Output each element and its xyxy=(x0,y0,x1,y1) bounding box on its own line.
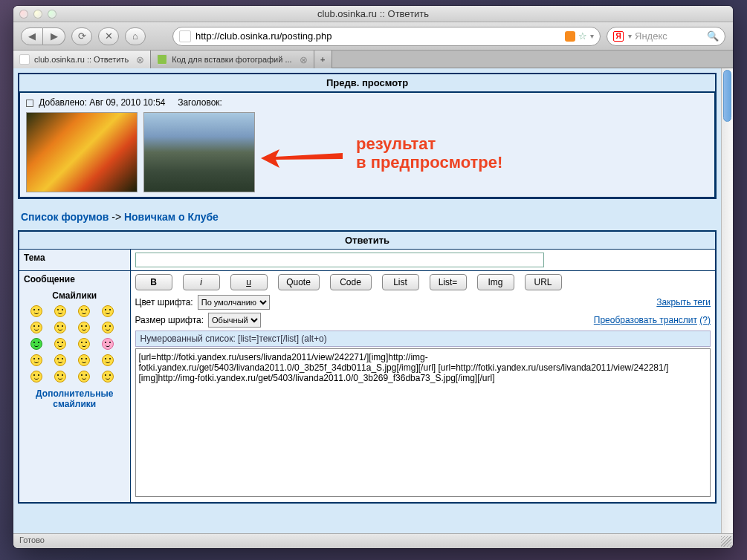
preview-image-1 xyxy=(26,112,138,192)
preview-panel: Предв. просмотр Добавлено: Авг 09, 2010 … xyxy=(18,73,717,199)
status-text: Готово xyxy=(19,535,45,544)
forward-button[interactable]: ▶ xyxy=(43,27,65,45)
smiley-icon[interactable] xyxy=(30,371,42,382)
breadcrumb-current[interactable]: Новичкам о Клубе xyxy=(124,211,219,223)
rss-icon[interactable] xyxy=(565,31,575,42)
smileys-grid xyxy=(24,305,126,382)
preview-post: Добавлено: Авг 09, 2010 10:54 Заголовок:… xyxy=(19,92,715,198)
reply-form: Ответить Тема Сообщение Смайлики Доп xyxy=(18,230,717,504)
url-text: http://club.osinka.ru/posting.php xyxy=(195,30,332,42)
more-smileys-link[interactable]: Дополнительные смайлики xyxy=(36,388,113,409)
bookmark-icon[interactable]: ☆ xyxy=(578,30,587,42)
smiley-icon[interactable] xyxy=(78,371,90,382)
browser-window: club.osinka.ru :: Ответить ◀ ▶ ⟳ ✕ ⌂ htt… xyxy=(13,6,733,548)
smiley-icon[interactable] xyxy=(30,354,42,366)
smiley-icon[interactable] xyxy=(78,338,90,350)
translit-link[interactable]: Преобразовать транслит xyxy=(594,315,697,325)
smiley-icon[interactable] xyxy=(78,305,90,317)
smiley-icon[interactable] xyxy=(54,322,66,333)
font-color-select[interactable]: По умолчанию xyxy=(198,295,270,310)
tab-close-icon[interactable]: ⊗ xyxy=(136,54,144,65)
form-header: Ответить xyxy=(19,231,716,250)
smiley-icon[interactable] xyxy=(78,354,90,366)
search-placeholder: Яндекс xyxy=(635,30,667,42)
tab-favicon xyxy=(19,54,30,65)
search-field[interactable]: Я ▾ Яндекс 🔍 xyxy=(607,27,725,46)
list-button[interactable]: List xyxy=(382,274,419,290)
close-tags-link[interactable]: Закрыть теги xyxy=(656,297,711,307)
message-textarea[interactable] xyxy=(135,348,711,497)
message-cell: Сообщение Смайлики Дополнительные смайли… xyxy=(19,271,130,504)
home-button[interactable]: ⌂ xyxy=(125,27,146,45)
yandex-icon: Я xyxy=(613,31,624,42)
font-size-label: Размер шрифта: xyxy=(135,315,204,325)
img-button[interactable]: Img xyxy=(477,274,514,290)
bold-button[interactable]: B xyxy=(135,274,172,290)
status-bar: Готово xyxy=(13,533,733,548)
breadcrumb-forum-list[interactable]: Список форумов xyxy=(21,211,109,223)
smiley-icon[interactable] xyxy=(102,322,114,333)
page-content: Предв. просмотр Добавлено: Авг 09, 2010 … xyxy=(13,68,721,533)
annotation-arrow xyxy=(261,146,343,168)
scrollbar-thumb[interactable] xyxy=(723,70,731,122)
list-eq-button[interactable]: List= xyxy=(430,274,467,290)
code-button[interactable]: Code xyxy=(330,274,372,290)
bbcode-toolbar: B i u Quote Code List List= Img URL xyxy=(135,274,711,290)
vertical-scrollbar[interactable] xyxy=(721,68,733,533)
smiley-icon[interactable] xyxy=(54,354,66,366)
quote-button[interactable]: Quote xyxy=(278,274,320,290)
reload-button[interactable]: ⟳ xyxy=(71,27,92,45)
tab-2[interactable]: Код для вставки фотографий ... ⊗ xyxy=(151,51,314,68)
smiley-icon[interactable] xyxy=(54,371,66,382)
smiley-icon[interactable] xyxy=(54,338,66,350)
message-label: Сообщение xyxy=(24,274,126,284)
site-icon xyxy=(179,30,191,42)
bbcode-hint: Нумерованный список: [list=]текст[/list]… xyxy=(135,331,711,347)
tab-label: club.osinka.ru :: Ответить xyxy=(34,55,129,64)
preview-image-2 xyxy=(143,112,255,192)
font-size-select[interactable]: Обычный xyxy=(208,313,261,328)
smiley-icon[interactable] xyxy=(30,338,42,350)
url-bar[interactable]: http://club.osinka.ru/posting.php ☆ ▾ xyxy=(172,27,601,46)
new-tab-button[interactable]: + xyxy=(314,51,332,68)
subject-input[interactable] xyxy=(135,253,544,267)
traffic-lights xyxy=(19,10,56,19)
smiley-icon[interactable] xyxy=(30,305,42,317)
back-button[interactable]: ◀ xyxy=(21,27,43,45)
tab-favicon xyxy=(157,54,167,65)
zoom-window-button[interactable] xyxy=(48,10,56,19)
toolbar: ◀ ▶ ⟳ ✕ ⌂ http://club.osinka.ru/posting.… xyxy=(13,22,733,51)
nav-buttons: ◀ ▶ xyxy=(21,27,65,45)
breadcrumb: Список форумов -> Новичкам о Клубе xyxy=(18,199,717,230)
subject-label: Тема xyxy=(19,250,130,271)
annotation-text: результат в предпросмотре! xyxy=(356,134,502,172)
tab-bar: club.osinka.ru :: Ответить ⊗ Код для вст… xyxy=(13,51,733,68)
smiley-icon[interactable] xyxy=(102,305,114,317)
preview-header: Предв. просмотр xyxy=(19,74,715,92)
font-color-label: Цвет шрифта: xyxy=(135,297,193,307)
message-editor-cell: B i u Quote Code List List= Img URL Цвет… xyxy=(130,271,716,504)
smiley-icon[interactable] xyxy=(78,322,90,333)
underline-button[interactable]: u xyxy=(230,274,268,290)
italic-button[interactable]: i xyxy=(183,274,220,290)
smileys-title: Смайлики xyxy=(24,290,126,301)
minimize-window-button[interactable] xyxy=(33,10,42,19)
stop-button[interactable]: ✕ xyxy=(98,27,119,45)
tab-1[interactable]: club.osinka.ru :: Ответить ⊗ xyxy=(13,51,151,68)
tab-label: Код для вставки фотографий ... xyxy=(172,55,292,64)
smiley-icon[interactable] xyxy=(102,338,114,350)
resize-grip[interactable] xyxy=(721,536,731,547)
smiley-icon[interactable] xyxy=(30,322,42,333)
titlebar: club.osinka.ru :: Ответить xyxy=(13,6,733,22)
smiley-icon[interactable] xyxy=(102,354,114,366)
tab-close-icon[interactable]: ⊗ xyxy=(300,54,308,65)
dropdown-icon[interactable]: ▾ xyxy=(590,32,594,40)
close-window-button[interactable] xyxy=(19,10,28,19)
search-icon: 🔍 xyxy=(707,30,719,42)
translit-help-link[interactable]: (?) xyxy=(699,315,711,325)
smiley-icon[interactable] xyxy=(54,305,66,317)
window-title: club.osinka.ru :: Ответить xyxy=(13,8,733,19)
smiley-icon[interactable] xyxy=(102,371,114,382)
url-button[interactable]: URL xyxy=(525,274,562,290)
post-meta: Добавлено: Авг 09, 2010 10:54 Заголовок: xyxy=(26,97,708,108)
